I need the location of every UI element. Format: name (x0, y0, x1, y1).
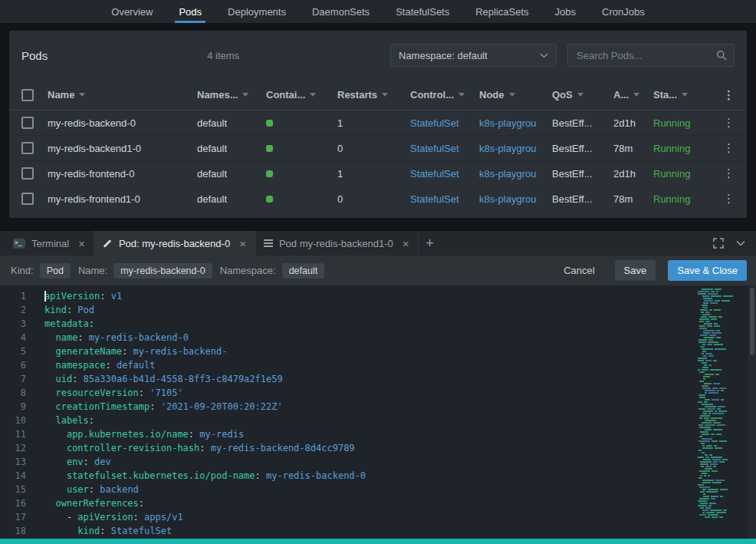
node-link[interactable]: k8s-playgrou (479, 117, 552, 129)
column-header-node[interactable]: Node (479, 89, 552, 101)
edit-icon (103, 239, 113, 249)
line-content: metadata: (26, 317, 94, 331)
top-nav: Overview Pods Deployments DaemonSets Sta… (0, 0, 756, 23)
code-line: 4 name: my-redis-backend-0 (0, 331, 687, 345)
nav-tab-cronjobs[interactable]: CronJobs (589, 0, 658, 23)
search-box (567, 44, 735, 67)
close-icon[interactable]: × (403, 238, 409, 249)
code-line: 1 apiVersion: v1 (0, 289, 687, 303)
nav-tab-replicasets[interactable]: ReplicaSets (462, 0, 541, 23)
pod-age: 78m (613, 193, 653, 205)
column-header-rst[interactable]: Restarts (337, 89, 410, 101)
controlled-by-link[interactable]: StatefulSet (410, 193, 479, 205)
row-checkbox[interactable] (21, 142, 34, 154)
nav-tab-statefulsets[interactable]: StatefulSets (383, 0, 462, 23)
collapse-dock-button[interactable] (736, 240, 745, 246)
table-row[interactable]: my-redis-backend1-0 default 0 StatefulSe… (9, 136, 747, 161)
line-content: statefulset.kubernetes.io/pod-name: my-r… (26, 469, 366, 483)
table-row[interactable]: my-redis-frontend1-0 default 0 StatefulS… (9, 186, 747, 212)
table-row[interactable]: my-redis-backend-0 default 1 StatefulSet… (9, 110, 747, 136)
line-number: 12 (0, 441, 26, 455)
pod-name: my-redis-frontend-0 (48, 168, 197, 180)
code-line: 18 kind: StatefulSet (0, 524, 687, 538)
nav-tab-jobs[interactable]: Jobs (542, 0, 589, 23)
line-number: 14 (0, 469, 26, 483)
namespace-value-badge: default (282, 263, 325, 279)
column-header-qos[interactable]: QoS (552, 89, 613, 101)
editor-minimap[interactable] (698, 288, 745, 531)
pod-age: 2d1h (613, 117, 653, 129)
controlled-by-link[interactable]: StatefulSet (410, 117, 479, 129)
row-menu-button[interactable]: ⋮ (716, 192, 735, 206)
pod-qos: BestEff... (552, 117, 613, 129)
column-header-name[interactable]: Name (48, 89, 197, 101)
column-header-label: Contai... (266, 89, 305, 101)
row-menu-button[interactable]: ⋮ (716, 116, 735, 130)
pod-status: Running (653, 193, 716, 205)
code-line: 8 resourceVersion: '7105' (0, 386, 687, 400)
row-checkbox[interactable] (21, 193, 34, 205)
dock-tab-label: Pod my-redis-backend1-0 (279, 238, 393, 249)
scrollbar-thumb[interactable] (750, 288, 754, 355)
search-input[interactable] (575, 49, 716, 62)
pod-age: 78m (613, 143, 653, 154)
row-menu-button[interactable]: ⋮ (716, 166, 735, 180)
controlled-by-link[interactable]: StatefulSet (410, 143, 479, 154)
nav-tab-pods[interactable]: Pods (166, 0, 215, 23)
save-button[interactable]: Save (615, 260, 656, 281)
row-checkbox[interactable] (21, 167, 34, 180)
text-cursor (44, 291, 46, 302)
line-content: creationTimestamp: '2021-09-20T00:20:22Z… (26, 400, 283, 414)
dock-tab[interactable]: Pod my-redis-backend1-0 × (255, 231, 419, 256)
node-link[interactable]: k8s-playgrou (479, 168, 552, 180)
row-checkbox[interactable] (21, 117, 34, 129)
row-menu-button[interactable]: ⋮ (716, 141, 735, 155)
search-icon (716, 50, 727, 61)
container-status-dot (266, 170, 273, 177)
line-content: ownerReferences: (26, 496, 144, 510)
close-icon[interactable]: × (78, 238, 85, 249)
column-header-label: Names... (197, 89, 238, 101)
nav-tab-daemonsets[interactable]: DaemonSets (299, 0, 383, 23)
line-number: 10 (0, 414, 26, 427)
namespace-filter-select[interactable]: Namespace: default (390, 44, 557, 67)
editor-scrollbar[interactable] (748, 285, 756, 539)
nav-tab-overview[interactable]: Overview (98, 0, 166, 23)
select-all-checkbox[interactable] (21, 89, 34, 101)
pod-status: Running (653, 117, 716, 129)
column-header-status[interactable]: Sta... (653, 89, 716, 101)
close-icon[interactable]: × (239, 238, 246, 249)
sort-caret-icon (79, 93, 85, 97)
table-row[interactable]: my-redis-frontend-0 default 1 StatefulSe… (9, 161, 747, 186)
fullscreen-button[interactable] (713, 238, 724, 249)
column-header-label: QoS (552, 89, 573, 101)
column-header-cont[interactable]: Contai... (266, 89, 337, 101)
node-link[interactable]: k8s-playgrou (479, 143, 552, 154)
fullscreen-icon (713, 238, 724, 249)
pod-age: 2d1h (613, 168, 653, 180)
code-line: 2 kind: Pod (0, 303, 687, 317)
column-header-label: Restarts (337, 89, 377, 101)
background-gap (0, 23, 756, 31)
controlled-by-link[interactable]: StatefulSet (410, 168, 479, 180)
save-close-button[interactable]: Save & Close (668, 260, 747, 281)
dock-tab[interactable]: Terminal × (5, 231, 94, 256)
chevron-down-icon (540, 53, 548, 58)
name-value-badge: my-redis-backend-0 (113, 263, 212, 279)
sort-caret-icon (682, 93, 688, 97)
sort-caret-icon (310, 93, 316, 97)
list-icon (264, 239, 273, 247)
code-area[interactable]: 1 apiVersion: v1 2 kind: Pod 3 metadata:… (0, 289, 687, 539)
new-tab-button[interactable]: + (419, 231, 442, 256)
line-content: kind: Pod (26, 303, 94, 317)
table-menu-button[interactable]: ⋮ (716, 88, 735, 102)
column-header-ns[interactable]: Names... (197, 89, 266, 101)
pod-restarts: 0 (337, 143, 410, 154)
column-header-age[interactable]: A... (613, 89, 653, 101)
nav-tab-deployments[interactable]: Deployments (215, 0, 299, 23)
cancel-button[interactable]: Cancel (554, 260, 603, 281)
dock-tab[interactable]: Pod: my-redis-backend-0 × (94, 231, 255, 256)
column-header-ctrl[interactable]: Control... (410, 89, 479, 101)
node-link[interactable]: k8s-playgrou (479, 193, 552, 205)
yaml-editor[interactable]: 1 apiVersion: v1 2 kind: Pod 3 metadata:… (0, 285, 756, 539)
